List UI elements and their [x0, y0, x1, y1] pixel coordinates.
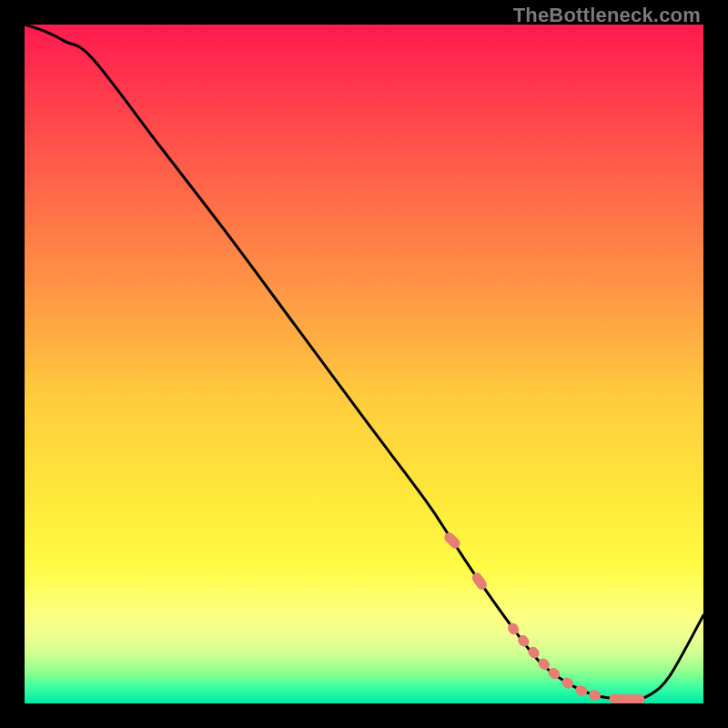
plot-area — [25, 25, 703, 703]
curve-marker — [588, 689, 602, 702]
curve-markers — [442, 531, 644, 703]
curve-marker — [626, 694, 644, 703]
curve-marker — [574, 683, 589, 697]
curve-layer — [25, 25, 703, 703]
bottleneck-curve — [25, 25, 703, 700]
curve-marker — [560, 676, 575, 691]
curve-marker — [442, 531, 462, 551]
chart-frame: TheBottleneck.com — [0, 0, 728, 728]
